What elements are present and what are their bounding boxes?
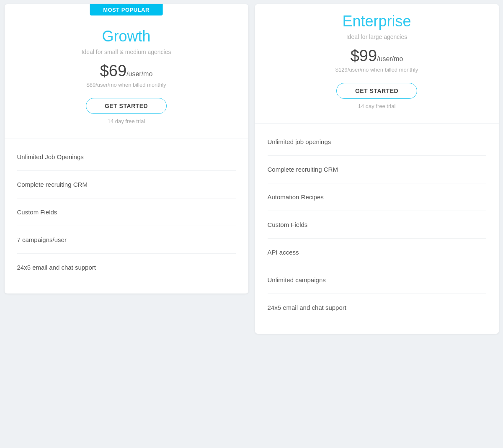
plan-card-growth: MOST POPULAR Growth Ideal for small & me… — [5, 4, 248, 294]
feature-item-growth-4: 24x5 email and chat support — [17, 254, 236, 281]
plan-billing-note-enterprise: $129/user/mo when billed monthly — [268, 67, 486, 73]
feature-item-enterprise-6: 24x5 email and chat support — [268, 294, 486, 321]
feature-item-enterprise-2: Automation Recipes — [268, 183, 486, 211]
feature-item-growth-2: Custom Fields — [17, 198, 236, 226]
feature-item-enterprise-4: API access — [268, 239, 486, 266]
free-trial-text-enterprise: 14 day free trial — [268, 103, 486, 109]
plan-name-growth: Growth — [17, 28, 236, 45]
plan-header-growth: MOST POPULAR Growth Ideal for small & me… — [5, 4, 248, 139]
free-trial-text-growth: 14 day free trial — [17, 118, 236, 124]
plan-price-growth: $69/user/mo — [17, 62, 236, 80]
plan-billing-note-growth: $89/user/mo when billed monthly — [17, 82, 236, 88]
get-started-button-enterprise[interactable]: GET STARTED — [336, 83, 417, 99]
plan-price-enterprise: $99/user/mo — [268, 47, 486, 65]
plan-features-enterprise: Unlimited job openings Complete recruiti… — [255, 124, 499, 334]
plan-header-enterprise: Enterprise Ideal for large agencies $99/… — [255, 4, 499, 124]
plan-subtitle-enterprise: Ideal for large agencies — [268, 33, 486, 40]
feature-item-enterprise-5: Unlimited campaigns — [268, 266, 486, 294]
plan-features-growth: Unlimited Job Openings Complete recruiti… — [5, 139, 248, 294]
feature-item-enterprise-1: Complete recruiting CRM — [268, 156, 486, 183]
feature-item-growth-0: Unlimited Job Openings — [17, 143, 236, 171]
feature-item-enterprise-0: Unlimited job openings — [268, 128, 486, 156]
feature-item-growth-1: Complete recruiting CRM — [17, 171, 236, 198]
pricing-container: MOST POPULAR Growth Ideal for small & me… — [5, 4, 499, 334]
plan-card-enterprise: Enterprise Ideal for large agencies $99/… — [255, 4, 499, 334]
most-popular-badge: MOST POPULAR — [90, 4, 163, 15]
feature-item-enterprise-3: Custom Fields — [268, 211, 486, 239]
feature-item-growth-3: 7 campaigns/user — [17, 226, 236, 254]
plan-subtitle-growth: Ideal for small & medium agencies — [17, 49, 236, 55]
plan-name-enterprise: Enterprise — [268, 13, 486, 30]
get-started-button-growth[interactable]: GET STARTED — [86, 98, 167, 114]
